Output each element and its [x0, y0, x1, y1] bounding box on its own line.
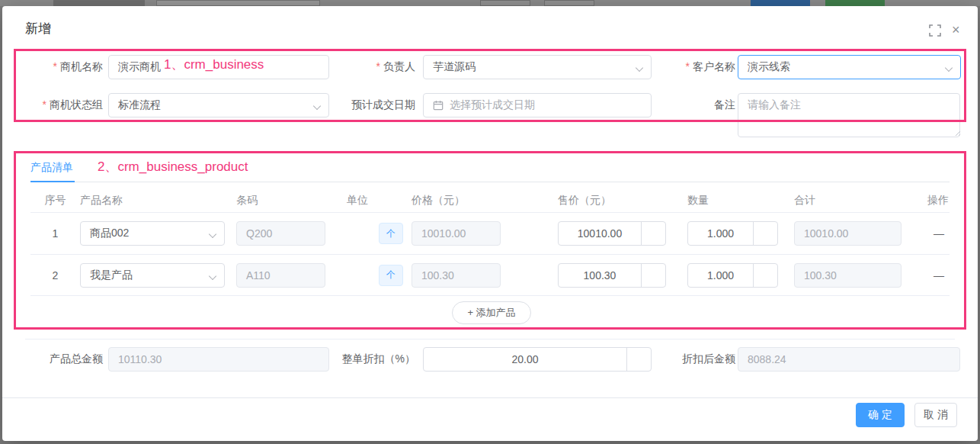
- bg-fragment: [544, 0, 594, 6]
- sell-price-stepper[interactable]: 100.30: [558, 263, 666, 288]
- barcode-input: Q200: [236, 221, 325, 246]
- background-page-strip: [0, 0, 980, 6]
- col-product: 产品名称: [80, 194, 236, 208]
- table-header-row: 序号 产品名称 条码 单位 价格（元） 售价（元） 数量 合计 操作: [30, 189, 950, 212]
- col-sell-price: 售价（元）: [558, 194, 687, 208]
- table-row: 2 我是产品 A110 个 100.30 100.30 1.000 100.30…: [30, 254, 950, 296]
- product-select[interactable]: 商品002: [80, 221, 225, 246]
- after-discount-input: 8088.24: [738, 347, 960, 372]
- chevron-down-icon: [313, 102, 321, 110]
- unit-tag: 个: [379, 265, 403, 286]
- add-business-dialog: 新增 × *商机名称 演示商机 *负责人 芋道源码 *客户名称 演示线索 *商机…: [2, 6, 978, 441]
- row-action: —: [927, 269, 950, 282]
- owner-select[interactable]: 芋道源码: [423, 55, 652, 79]
- tab-divider: [30, 182, 950, 182]
- bg-fragment: [156, 0, 320, 6]
- calendar-icon: [433, 100, 444, 111]
- deal-date-input[interactable]: 选择预计成交日期: [423, 93, 652, 117]
- after-discount-label: 折扣后金额: [644, 352, 735, 366]
- discount-label: 整单折扣（%）: [316, 352, 415, 366]
- bg-fragment: [825, 0, 885, 6]
- chevron-down-icon: [209, 272, 216, 279]
- bg-fragment: [751, 0, 810, 6]
- cancel-button[interactable]: 取 消: [914, 403, 957, 427]
- fullscreen-icon[interactable]: [929, 24, 941, 37]
- status-group-label: *商机状态组: [11, 98, 103, 112]
- discount-stepper[interactable]: 20.00: [423, 347, 652, 372]
- business-name-input[interactable]: 演示商机: [108, 55, 329, 79]
- table-row: 1 商品002 Q200 个 10010.00 10010.00 1.000 1…: [30, 212, 950, 254]
- product-select[interactable]: 我是产品: [80, 263, 225, 288]
- total-amount-label: 产品总金额: [11, 352, 103, 366]
- quantity-stepper[interactable]: 1.000: [687, 263, 778, 288]
- status-group-select[interactable]: 标准流程: [108, 93, 329, 117]
- col-price: 价格（元）: [412, 194, 558, 208]
- tab-product-list[interactable]: 产品清单: [30, 161, 73, 175]
- bg-fragment: [53, 0, 145, 6]
- row-index: 1: [30, 227, 80, 240]
- total-amount-input: 10110.30: [108, 347, 329, 372]
- total-input: 100.30: [794, 263, 902, 288]
- col-action: 操作: [927, 194, 950, 208]
- bg-fragment: [480, 0, 530, 6]
- total-input: 10010.00: [794, 221, 902, 246]
- business-name-label: *商机名称: [11, 60, 103, 74]
- product-table: 序号 产品名称 条码 单位 价格（元） 售价（元） 数量 合计 操作 1 商品0…: [30, 189, 950, 296]
- col-no: 序号: [30, 194, 80, 208]
- col-unit: 单位: [347, 194, 412, 208]
- row-action: —: [927, 227, 950, 240]
- annotation-2: 2、crm_business_product: [98, 158, 248, 175]
- remark-textarea[interactable]: [738, 93, 960, 137]
- section-divider: [25, 339, 955, 339]
- unit-tag: 个: [379, 223, 403, 244]
- sell-price-stepper[interactable]: 10010.00: [558, 221, 666, 246]
- close-icon[interactable]: ×: [952, 24, 964, 37]
- tab-active-bar: [30, 181, 75, 182]
- confirm-button[interactable]: 确 定: [856, 403, 905, 427]
- add-product-button[interactable]: + 添加产品: [452, 301, 531, 324]
- chevron-down-icon: [636, 64, 643, 72]
- row-index: 2: [30, 269, 80, 282]
- customer-select[interactable]: 演示线索: [738, 55, 961, 79]
- col-quantity: 数量: [687, 194, 794, 208]
- chevron-down-icon: [209, 230, 216, 238]
- owner-label: *负责人: [324, 60, 415, 74]
- price-input: 100.30: [412, 263, 501, 288]
- barcode-input: A110: [236, 263, 325, 288]
- col-total: 合计: [794, 194, 927, 208]
- chevron-down-icon: [945, 64, 953, 72]
- quantity-stepper[interactable]: 1.000: [687, 221, 778, 246]
- customer-label: *客户名称: [644, 60, 735, 74]
- footer-divider: [2, 397, 978, 398]
- dialog-title: 新增: [25, 20, 51, 37]
- col-barcode: 条码: [236, 194, 347, 208]
- price-input: 10010.00: [412, 221, 501, 246]
- remark-label: 备注: [644, 98, 735, 112]
- deal-date-label: 预计成交日期: [324, 98, 415, 112]
